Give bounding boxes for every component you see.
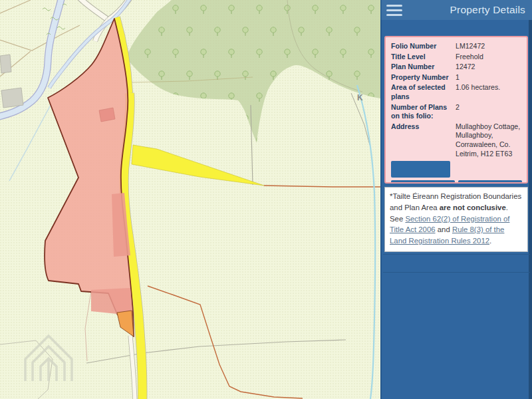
panel-body: Folio NumberLM12472 Title LevelFreehold … [380,20,532,399]
sub-parcel-2 [91,288,132,314]
map-viewport[interactable]: K [0,0,380,399]
action-button-2[interactable] [391,180,455,184]
map-label-townland: K [357,93,364,102]
detail-row: Number of Plans on this folio:2 [391,103,522,121]
hamburger-menu-icon[interactable] [386,5,402,16]
detail-row: Folio NumberLM12472 [391,42,522,51]
detail-row: Area of selected plans1.06 hectares. [391,83,522,101]
folio-info-box: Folio NumberLM12472 Title LevelFreehold … [384,36,528,184]
detail-row-address: AddressMullaghboy Cottage, Mullaghboy, C… [391,122,522,158]
panel-header: Property Details [380,0,532,20]
map-canvas[interactable]: K [0,0,380,399]
panel-title: Property Details [402,4,532,16]
dot-texture [0,0,380,399]
disclaimer-text: . [489,237,491,245]
detail-row: Title LevelFreehold [391,53,522,62]
building-on-plan [99,108,115,122]
disclaimer-text: and [436,225,452,233]
disclaimer-bold-text: are not conclusive [440,203,506,211]
panel-divider [383,272,530,273]
detail-row: Plan Number12472 [391,63,522,72]
panel-divider [383,254,530,255]
property-details-panel: Property Details Folio NumberLM12472 Tit… [380,0,532,399]
action-button-3[interactable] [458,180,522,184]
disclaimer-note: *Tailte Éireann Registration Boundaries … [384,187,528,252]
action-button-1[interactable] [391,161,450,178]
panel-edge-strip [529,20,532,399]
app-window: K Property Details Folio NumberLM12472 T… [0,0,532,399]
detail-row: Property Number1 [391,73,522,82]
